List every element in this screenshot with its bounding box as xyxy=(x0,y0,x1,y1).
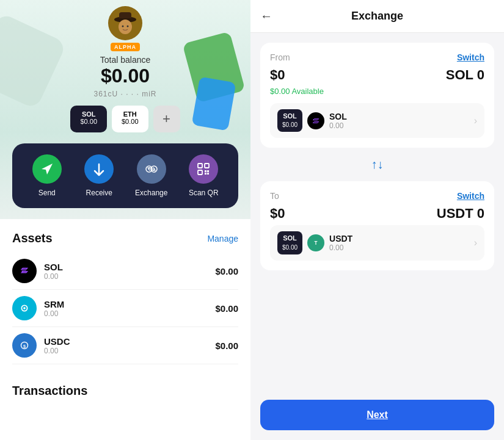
from-badge-top: SOL xyxy=(282,112,298,121)
svg-point-4 xyxy=(122,26,124,27)
exchange-header: ← Exchange xyxy=(250,0,504,33)
token-tab-eth[interactable]: ETH $0.00 xyxy=(112,106,148,132)
from-token-badge: SOL $0.00 xyxy=(277,109,302,132)
avatar-section: ALPHA Total balance $0.00 361cU · · · · … xyxy=(93,6,156,98)
to-token-details: USDT 0.00 xyxy=(329,234,474,252)
asset-name-sol: SOL xyxy=(44,262,215,272)
swap-button[interactable]: ↑↓ xyxy=(371,157,384,171)
asset-amount-srm: 0.00 xyxy=(44,309,215,318)
send-label: Send xyxy=(38,189,56,197)
swap-icon-row: ↑↓ xyxy=(260,155,494,174)
receive-button[interactable]: Receive xyxy=(79,154,120,197)
asset-value-srm: $0.00 xyxy=(215,303,238,314)
svg-rect-11 xyxy=(205,170,206,172)
token-tab-eth-amount: $0.00 xyxy=(122,118,139,125)
assets-header: Assets Manage xyxy=(12,231,238,245)
total-balance-label: Total balance xyxy=(100,55,151,65)
asset-item-sol: SOL 0.00 $0.00 xyxy=(12,253,238,290)
back-button[interactable]: ← xyxy=(260,9,272,23)
from-token-details: SOL 0.00 xyxy=(329,112,474,130)
asset-amount-usdc: 0.00 xyxy=(44,347,215,355)
from-label: From xyxy=(270,52,290,62)
asset-logo-sol xyxy=(12,259,37,283)
to-switch-button[interactable]: Switch xyxy=(457,191,484,201)
asset-item-usdc: $ USDC 0.00 $0.00 xyxy=(12,327,238,364)
action-row: Send Receive Exchange Scan QR xyxy=(12,143,238,208)
from-card: From Switch $0 SOL 0 $0.00 Available SOL… xyxy=(260,43,494,148)
left-panel: ALPHA Total balance $0.00 361cU · · · · … xyxy=(0,0,250,440)
svg-rect-10 xyxy=(198,170,202,175)
asset-item-srm: SRM 0.00 $0.00 xyxy=(12,290,238,327)
asset-amount-sol: 0.00 xyxy=(44,272,215,281)
to-token-badge: SOL $0.00 xyxy=(277,231,302,254)
from-token-val: 0.00 xyxy=(329,121,474,130)
assets-section: Assets Manage SOL 0.00 $0.00 SRM 0.00 $0… xyxy=(0,219,250,440)
avatar xyxy=(108,6,142,40)
svg-rect-14 xyxy=(207,173,209,175)
receive-label: Receive xyxy=(86,189,112,197)
to-token-val: 0.00 xyxy=(329,243,474,252)
assets-title: Assets xyxy=(12,231,53,245)
asset-logo-srm xyxy=(12,296,37,320)
from-available: $0.00 Available xyxy=(270,87,484,96)
svg-rect-13 xyxy=(205,173,206,175)
from-top-row: From Switch xyxy=(270,52,484,62)
svg-text:T: T xyxy=(315,240,318,246)
svg-text:$: $ xyxy=(23,344,26,349)
bg-decoration-blue xyxy=(192,76,236,131)
svg-point-5 xyxy=(127,26,129,27)
to-token-amount: USDT 0 xyxy=(437,206,484,222)
token-tab-sol-amount: $0.00 xyxy=(80,118,97,125)
asset-logo-usdc: $ xyxy=(12,333,37,358)
asset-value-sol: $0.00 xyxy=(215,266,238,276)
scanqr-button[interactable]: Scan QR xyxy=(184,154,224,197)
to-usd: $0 xyxy=(270,206,285,222)
total-balance-amount: $0.00 xyxy=(101,65,150,87)
asset-info-usdc: USDC 0.00 xyxy=(44,336,215,355)
to-token-row[interactable]: SOL $0.00 T USDT 0.00 › xyxy=(270,225,484,260)
manage-link[interactable]: Manage xyxy=(207,234,238,243)
exchange-icon xyxy=(137,154,166,184)
next-button[interactable]: Next xyxy=(260,400,494,430)
asset-name-srm: SRM xyxy=(44,299,215,309)
from-token-symbol: SOL xyxy=(329,112,474,121)
from-switch-button[interactable]: Switch xyxy=(457,52,484,62)
to-top-row: To Switch xyxy=(270,191,484,201)
add-token-button[interactable]: + xyxy=(153,106,180,132)
from-amounts-row: $0 SOL 0 xyxy=(270,67,484,83)
exchange-button[interactable]: Exchange xyxy=(131,154,172,197)
to-token-icon: T xyxy=(307,234,324,251)
scanqr-icon xyxy=(189,154,218,184)
alpha-badge: ALPHA xyxy=(111,43,140,51)
send-icon xyxy=(32,154,62,184)
svg-point-18 xyxy=(23,307,26,309)
asset-info-sol: SOL 0.00 xyxy=(44,262,215,281)
svg-point-3 xyxy=(119,20,132,34)
to-chevron-icon: › xyxy=(474,237,477,248)
send-button[interactable]: Send xyxy=(27,154,67,197)
svg-rect-9 xyxy=(205,164,209,168)
bg-decoration-left xyxy=(0,12,67,109)
receive-icon xyxy=(84,154,114,184)
from-badge-bottom: $0.00 xyxy=(282,121,298,129)
from-chevron-icon: › xyxy=(474,115,477,126)
token-tabs: SOL $0.00 ETH $0.00 + xyxy=(70,106,180,132)
svg-rect-12 xyxy=(207,170,209,172)
to-amounts-row: $0 USDT 0 xyxy=(270,206,484,222)
token-tab-sol[interactable]: SOL $0.00 xyxy=(70,106,107,132)
from-token-row[interactable]: SOL $0.00 SOL 0.00 › xyxy=(270,103,484,138)
to-token-symbol: USDT xyxy=(329,234,474,243)
svg-rect-8 xyxy=(198,164,202,168)
exchange-title: Exchange xyxy=(351,10,403,23)
to-badge-bottom: $0.00 xyxy=(282,243,298,252)
from-token-icon xyxy=(307,112,324,129)
exchange-label: Exchange xyxy=(135,189,167,197)
to-card: To Switch $0 USDT 0 SOL $0.00 T USDT 0.0… xyxy=(260,181,494,270)
from-token-amount: SOL 0 xyxy=(446,67,484,83)
scanqr-label: Scan QR xyxy=(189,189,219,197)
asset-name-usdc: USDC xyxy=(44,336,215,347)
token-tab-eth-name: ETH xyxy=(123,110,137,118)
exchange-body: From Switch $0 SOL 0 $0.00 Available SOL… xyxy=(250,33,504,440)
token-tab-sol-name: SOL xyxy=(82,110,96,118)
to-label: To xyxy=(270,191,279,201)
